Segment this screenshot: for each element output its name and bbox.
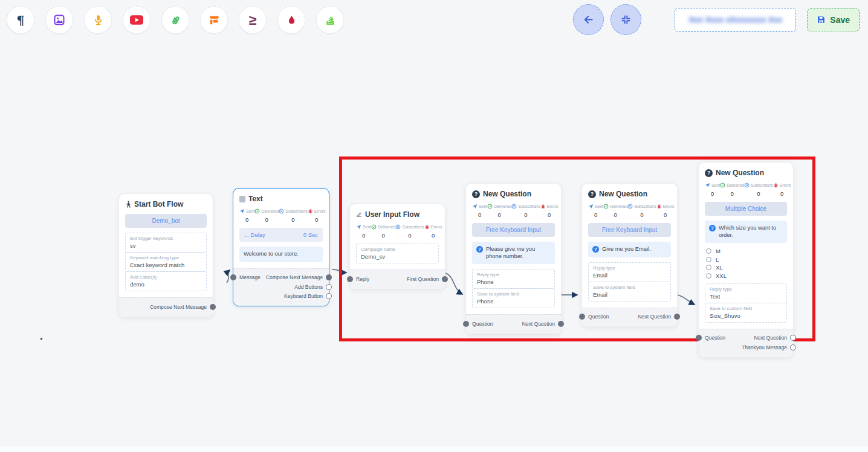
question-icon: ? (588, 190, 596, 198)
stat-sent: Sent 0 (356, 224, 371, 239)
stats-row: Sent 0 Delivered 0 Subscribers 0 Errors … (588, 204, 671, 218)
port-first-question[interactable] (442, 276, 448, 282)
errors-icon (308, 208, 313, 214)
stats-row: Sent 0 Delivered 0 Subscribers 0 Errors … (239, 208, 323, 223)
node-type-button[interactable]: Multiple Choice (705, 202, 787, 216)
user-input-flow-node[interactable]: User Input Flow Sent 0 Delivered 0 Subsc… (349, 204, 445, 289)
stat-delivered: Delivered 0 (254, 208, 279, 223)
sent-icon (356, 224, 361, 230)
fields: Campaign nameDemo_sv (356, 244, 439, 263)
ports: Compose Next Message (119, 297, 213, 317)
field[interactable]: Reply typeEmail (588, 262, 671, 282)
port-label: Question (472, 321, 493, 327)
port-compose-next-message[interactable] (326, 274, 332, 280)
text-node[interactable]: Text Sent 0 Delivered 0 Subscribers 0 Er… (233, 188, 329, 306)
question-icon: ? (476, 246, 483, 253)
delay-setting[interactable]: ... Delay0 Sec (239, 228, 323, 242)
start-person-icon (125, 201, 131, 208)
message-bubble[interactable]: ? Please give me you phone number. (472, 242, 555, 264)
field[interactable]: Save to system fieldEmail (588, 282, 671, 302)
start-bot-flow-node[interactable]: Start Bot FlowDemo_bot Bot trigger keywo… (118, 193, 213, 317)
errors-icon (540, 204, 546, 209)
port-label: Compose Next Message (266, 274, 323, 280)
field[interactable]: Keyword matching typeExact keyword match (125, 252, 207, 272)
stat-errors-value: 0 (315, 216, 318, 223)
node-title: Text (239, 195, 323, 203)
option-l: L (706, 256, 787, 263)
field[interactable]: Save to system fieldPhone (472, 288, 555, 308)
port-message[interactable] (230, 274, 236, 280)
stat-subscribers: Subscribers 0 (395, 224, 424, 239)
ports: Question Next Question (582, 308, 677, 327)
stat-subscribers-value: 0 (408, 232, 411, 239)
port-compose-next-message[interactable] (210, 304, 216, 310)
option-xl: XL (706, 264, 787, 271)
stat-sent-value: 0 (478, 211, 481, 218)
stat-subscribers-value: 0 (291, 216, 294, 223)
stats-row: Sent 0 Delivered 0 Subscribers 0 Errors … (356, 224, 439, 239)
field[interactable]: Reply typeText (705, 283, 787, 303)
subscribers-icon (511, 204, 517, 209)
port-label: Thankyou Message (742, 344, 787, 350)
stat-errors: Errors 0 (308, 208, 326, 223)
new-question-3-node[interactable]: ? New Question Sent 0 Delivered 0 Subscr… (698, 162, 794, 358)
wire-user-input-flow/first-question-to-new-question-1-question (445, 273, 462, 294)
stat-sent: Sent 0 (472, 204, 487, 218)
stat-subscribers: Subscribers 0 (279, 208, 307, 223)
option-m: M (706, 248, 787, 254)
port-question[interactable] (579, 314, 585, 320)
port-next-question[interactable] (674, 314, 680, 320)
question-icon: ? (592, 246, 599, 253)
question-icon: ? (709, 225, 716, 231)
port-question[interactable] (463, 321, 469, 327)
new-question-1-node[interactable]: ? New Question Sent 0 Delivered 0 Subscr… (465, 183, 562, 334)
delivered-icon (487, 204, 493, 209)
message-bubble[interactable]: ? Which size you want to order. (705, 221, 787, 243)
node-title: ? New Question (588, 190, 671, 198)
stats-row: Sent 0 Delivered 0 Subscribers 0 Errors … (705, 182, 787, 197)
stat-subscribers: Subscribers 0 (511, 204, 540, 218)
option-xxl: XXL (706, 273, 787, 279)
node-type-button[interactable]: Free Keyboard Input (472, 223, 555, 237)
sent-icon (472, 204, 478, 209)
stat-sent: Sent 0 (705, 182, 720, 197)
stat-errors-value: 0 (780, 190, 783, 197)
field[interactable]: Reply typePhone (472, 269, 555, 289)
port-label: Message (239, 274, 261, 280)
stat-errors: Errors 0 (424, 224, 442, 239)
field[interactable]: Bot trigger keywordssv (125, 233, 207, 253)
stat-sent: Sent 0 (588, 204, 603, 218)
stats-row: Sent 0 Delivered 0 Subscribers 0 Errors … (472, 204, 555, 218)
port-label: Compose Next Message (150, 304, 207, 310)
port-question[interactable] (696, 335, 702, 341)
stat-delivered: Delivered 0 (720, 182, 744, 197)
port-keyboard-button[interactable] (326, 293, 332, 299)
radio-icon[interactable] (706, 248, 711, 254)
radio-icon[interactable] (706, 273, 711, 279)
new-question-2-node[interactable]: ? New Question Sent 0 Delivered 0 Subscr… (581, 183, 678, 327)
port-label: Question (588, 314, 609, 320)
flow-builder-canvas[interactable]: ¶≥ Xxn Xxxx xXxxxxxxx Xxx Save Start Bot… (0, 0, 868, 452)
port-add-buttons[interactable] (326, 284, 332, 290)
stray-dot (40, 338, 42, 340)
message-bubble[interactable]: ? Give me you Email. (588, 242, 671, 257)
node-type-button[interactable]: Demo_bot (125, 214, 207, 228)
stat-delivered-value: 0 (382, 232, 385, 239)
radio-icon[interactable] (706, 265, 711, 270)
fields: Reply typeText Save to custom fieldSize_… (705, 283, 787, 323)
node-title: ? New Question (472, 190, 555, 198)
port-thankyou-message[interactable] (790, 344, 796, 350)
field[interactable]: Save to custom fieldSize_Shuvo (705, 303, 787, 323)
message-bubble[interactable]: Welcome to our store. (239, 247, 323, 262)
field[interactable]: Campaign nameDemo_sv (356, 244, 439, 263)
field[interactable]: Add Label(s)demo (125, 271, 207, 291)
port-next-question[interactable] (558, 321, 564, 327)
port-label: First Question (407, 276, 439, 282)
port-next-question[interactable] (790, 335, 796, 341)
stat-delivered: Delivered 0 (371, 224, 395, 239)
port-reply[interactable] (347, 276, 353, 282)
stat-subscribers: Subscribers 0 (744, 182, 772, 197)
radio-icon[interactable] (706, 257, 711, 262)
ports: Question Next Question Thankyou Message (699, 329, 793, 357)
node-type-button[interactable]: Free Keyboard Input (588, 223, 671, 237)
